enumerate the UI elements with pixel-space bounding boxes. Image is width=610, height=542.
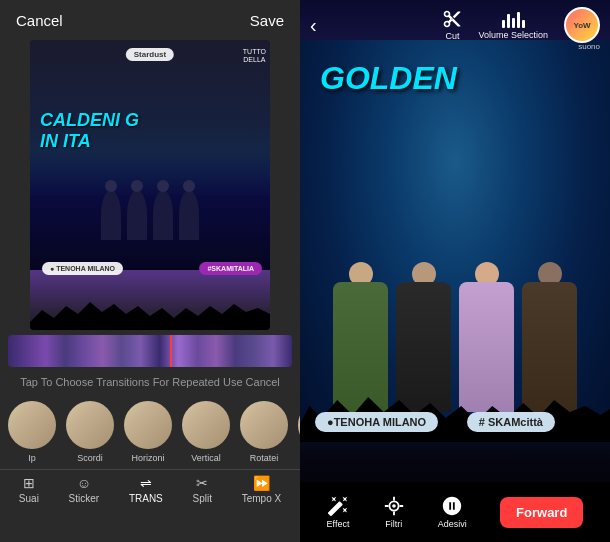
right-bottom-bar: Effect Filtri Adesivi Forward [300,482,610,542]
eq-bar-3 [512,18,515,28]
adesivi-button[interactable]: Adesivi [438,495,467,529]
effect-label: Effect [327,519,350,529]
transition-thumb-ip [8,401,56,449]
person-body [459,282,514,412]
effect-icon [327,495,349,517]
toolbar-label-trans: TRANS [129,493,163,504]
right-panel: GOLDEN ‹ [300,0,610,542]
person-shape [127,190,147,240]
you-label: YoW [573,21,590,30]
person-shape [153,190,173,240]
stage-people [300,222,610,422]
person-body [333,282,388,412]
back-button[interactable]: ‹ [310,14,317,37]
transition-thumb-inner [182,401,230,449]
transition-label-scordi: Scordi [77,453,103,463]
transition-thumb-inner [240,401,288,449]
timeline-cursor [170,335,172,367]
transition-item-rotatei[interactable]: Rotatei [240,401,288,463]
suai-icon: ⊞ [23,475,35,491]
toolbar-item-suai[interactable]: ⊞ Suai [19,475,39,504]
suono-label: suono [578,42,600,51]
transition-label-rotatei: Rotatei [250,453,279,463]
toolbar-item-trans[interactable]: ⇌ TRANS [129,475,163,504]
eq-bar-4 [517,12,520,28]
eq-bar-1 [502,20,505,28]
transition-item-ip[interactable]: Ip [8,401,56,463]
toolbar-label-suai: Suai [19,493,39,504]
transition-label-vertical: Vertical [191,453,221,463]
golden-text: GOLDEN [320,60,457,97]
adesivi-icon [441,495,463,517]
toolbar-label-split: Split [193,493,212,504]
transition-thumb-vertical [182,401,230,449]
stage-person-1 [333,262,388,422]
filtri-label: Filtri [385,519,402,529]
person-body [522,282,577,412]
sticker-icon: ☺ [77,475,91,491]
transition-thumb-horizoni [124,401,172,449]
adesivi-label: Adesivi [438,519,467,529]
stage-person-4 [522,262,577,422]
transition-label-ip: Ip [28,453,36,463]
timeline-section [0,330,300,372]
bottom-toolbar: ⊞ Suai ☺ Sticker ⇌ TRANS ✂ Split ⏩ Tempo… [0,469,300,509]
right-top-bar: ‹ Cut Volume Selection YoW [300,0,610,50]
sticker-tenoha: ● TENOHA MILANO [42,262,123,275]
cancel-button[interactable]: Cancel [16,12,63,29]
left-header: Cancel Save [0,0,300,40]
filtri-button[interactable]: Filtri [383,495,405,529]
transition-thumb-inner [66,401,114,449]
timeline-strip[interactable] [8,335,292,367]
filtri-icon [383,495,405,517]
person-shape [101,190,121,240]
tenoha-sticker-right: ●TENOHA MILANO [315,412,438,432]
right-top-icons: Cut Volume Selection YoW [442,7,600,43]
eq-bar-5 [522,20,525,28]
transition-thumbnails: Ip Scordi Horizoni Vertical Rotatei [0,394,300,469]
toolbar-label-sticker: Sticker [69,493,100,504]
avatar[interactable]: YoW [564,7,600,43]
tempo-icon: ⏩ [253,475,270,491]
right-stage-scene: GOLDEN [300,40,610,442]
transition-label-horizoni: Horizoni [131,453,164,463]
video-preview: Stardust TUTTODELLA CALDENI GIN ITA ● TE… [30,40,270,330]
save-button[interactable]: Save [250,12,284,29]
transition-thumb-scordi [66,401,114,449]
trans-icon: ⇌ [140,475,152,491]
volume-label: Volume Selection [478,30,548,40]
transition-item-horizoni[interactable]: Horizoni [124,401,172,463]
transition-thumb-inner [124,401,172,449]
transition-thumb-rotatei [240,401,288,449]
person-shape [179,190,199,240]
volume-selection-button[interactable]: Volume Selection [478,10,548,40]
tutto-badge: TUTTODELLA [243,48,266,65]
skam-sticker-right: # SKAMcittà [467,412,555,432]
equalizer-icon [502,10,525,28]
scissors-icon [442,9,462,29]
stardust-badge: Stardust [126,48,174,61]
toolbar-item-tempo[interactable]: ⏩ Tempo X [242,475,281,504]
forward-button[interactable]: Forward [500,497,583,528]
people-silhouette [101,190,199,240]
toolbar-item-sticker[interactable]: ☺ Sticker [69,475,100,504]
toolbar-label-tempo: Tempo X [242,493,281,504]
transition-item-vertical[interactable]: Vertical [182,401,230,463]
stage-person-3 [459,262,514,422]
stage-scene [30,150,270,270]
eq-bar-2 [507,14,510,28]
split-icon: ✂ [196,475,208,491]
sticker-skam: #SKAMITALIA [199,262,262,275]
transition-hint: Tap To Choose Transitions For Repeated U… [0,372,300,394]
person-body [396,282,451,412]
left-panel: Cancel Save Stardust TUTTODELLA CALDENI … [0,0,300,542]
stage-person-2 [396,262,451,422]
toolbar-item-split[interactable]: ✂ Split [193,475,212,504]
caldeni-text: CALDENI GIN ITA [40,110,139,152]
transition-thumb-inner [8,401,56,449]
effect-button[interactable]: Effect [327,495,350,529]
cut-button[interactable]: Cut [442,9,462,41]
svg-point-1 [392,504,396,508]
transition-item-scordi[interactable]: Scordi [66,401,114,463]
cut-label: Cut [445,31,459,41]
